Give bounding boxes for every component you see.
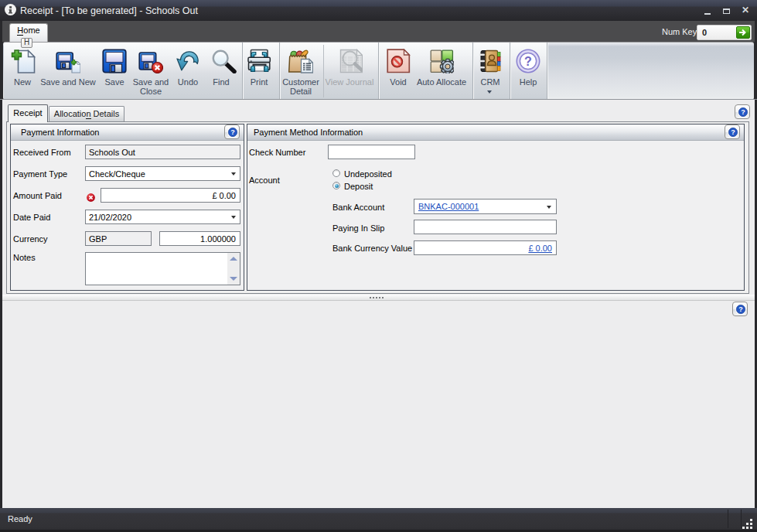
svg-text:?: ? [738, 305, 743, 313]
svg-text:?: ? [230, 128, 235, 136]
svg-text:?: ? [524, 55, 532, 68]
svg-text:?: ? [741, 108, 745, 116]
svg-text:?: ? [731, 128, 735, 136]
